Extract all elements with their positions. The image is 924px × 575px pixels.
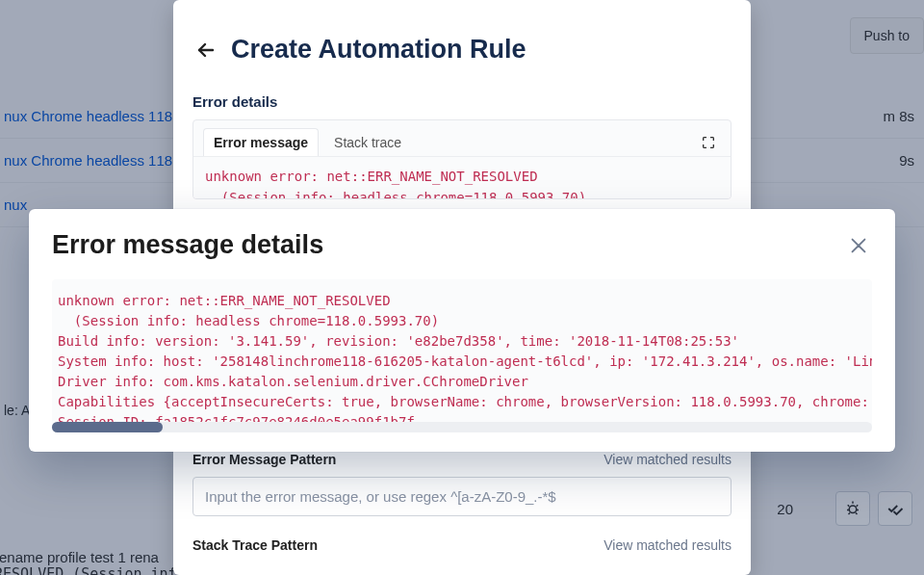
horizontal-scrollbar[interactable] <box>52 422 872 432</box>
details-overlay: Error message details unknown error: net… <box>0 0 924 575</box>
error-message-details-dialog: Error message details unknown error: net… <box>29 209 895 452</box>
error-full-code: unknown error: net::ERR_NAME_NOT_RESOLVE… <box>52 279 872 422</box>
details-header: Error message details <box>52 230 872 260</box>
scrollbar-thumb[interactable] <box>52 422 163 432</box>
close-button[interactable] <box>845 232 872 259</box>
close-icon <box>848 235 869 256</box>
code-container: unknown error: net::ERR_NAME_NOT_RESOLVE… <box>52 279 872 432</box>
details-title: Error message details <box>52 230 323 260</box>
